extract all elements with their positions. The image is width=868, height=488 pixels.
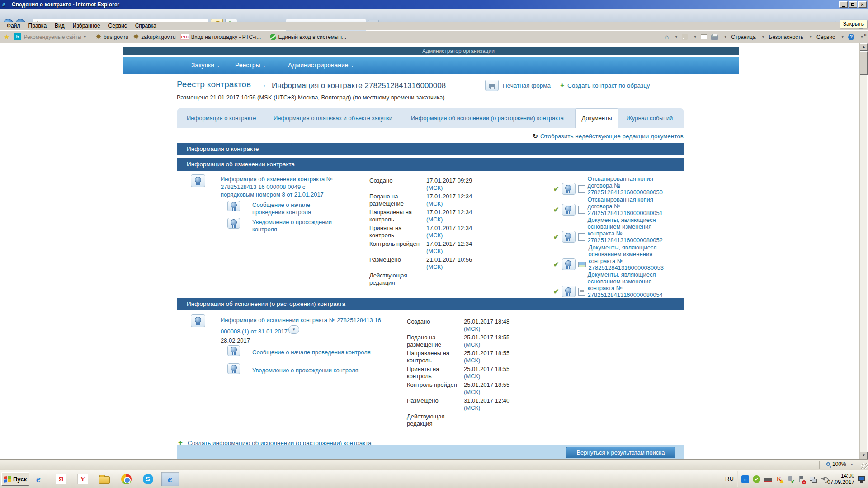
device-tray-icon[interactable] <box>764 478 772 482</box>
signature-button[interactable] <box>562 286 576 297</box>
minimize-button[interactable] <box>839 1 848 8</box>
execution-document-link[interactable]: Информация об исполнении контракта № 278… <box>221 316 381 324</box>
quicklaunch-ie[interactable]: e <box>33 473 44 485</box>
menu-edit[interactable]: Правка <box>24 22 51 30</box>
nav-administration[interactable]: Администрирование▾ <box>288 61 354 69</box>
breadcrumb-root-link[interactable]: Реестр контрактов <box>177 80 251 89</box>
zoom-dropdown-icon[interactable]: ▼ <box>850 463 854 466</box>
network-tray-icon[interactable] <box>809 475 817 483</box>
tools-dropdown-icon[interactable]: ▼ <box>841 35 844 38</box>
kaspersky-warning-tray-icon[interactable]: K <box>775 475 783 483</box>
mail-icon[interactable] <box>701 34 707 39</box>
seal-icon <box>195 177 202 185</box>
control-start-message-link[interactable]: Сообщение о начале проведения контроля <box>252 202 343 216</box>
attachment-link[interactable]: Документы, являющиеся основанием изменен… <box>588 271 669 298</box>
execution-document-link-2[interactable]: 000008 (1) от 31.01.2017 <box>221 328 288 335</box>
security-menu-button[interactable]: Безопасность <box>769 34 804 40</box>
suggested-sites-link[interactable]: Рекомендуемые сайты <box>24 34 81 40</box>
menu-favorites[interactable]: Избранное <box>69 22 104 30</box>
scroll-down-button[interactable]: ▼ <box>860 452 868 459</box>
usb-safely-remove-tray-icon[interactable] <box>787 475 794 483</box>
scrollbar-thumb[interactable] <box>860 51 868 75</box>
tab-execution-info[interactable]: Информация об исполнении (о расторжении)… <box>411 115 564 122</box>
print-dropdown-icon[interactable]: ▼ <box>724 35 727 38</box>
help-dropdown-icon[interactable]: ▼ <box>860 35 863 38</box>
quicklaunch-yandex-browser[interactable]: Y <box>77 473 89 485</box>
nav-registries[interactable]: Реестры▾ <box>235 61 265 69</box>
signature-button[interactable] <box>227 201 240 211</box>
show-desktop-button[interactable] <box>856 474 866 483</box>
print-form-button[interactable] <box>485 80 499 91</box>
signature-button[interactable] <box>191 174 205 187</box>
signature-button[interactable] <box>562 258 576 270</box>
tab-contract-info[interactable]: Информация о контракте <box>187 115 256 122</box>
security-dropdown-icon[interactable]: ▼ <box>809 35 812 38</box>
rss-dropdown-icon[interactable]: ▼ <box>693 35 697 38</box>
expand-versions-button[interactable]: ▾ <box>288 325 299 334</box>
signature-button[interactable] <box>562 183 576 195</box>
tools-menu-button[interactable]: Сервис <box>816 34 835 40</box>
resize-grip[interactable] <box>861 463 868 469</box>
quicklaunch-explorer[interactable] <box>99 473 110 485</box>
antivirus-ok-tray-icon[interactable]: ✔ <box>753 475 760 483</box>
site-top-bar: Администратор организации <box>123 47 739 55</box>
favorite-bus-link[interactable]: bus.gov.ru <box>104 34 128 40</box>
quicklaunch-chrome[interactable] <box>120 473 132 485</box>
attachment-link[interactable]: Отсканированная копия договора № 2782512… <box>588 196 669 216</box>
signature-button[interactable] <box>227 363 240 374</box>
back-to-results-button[interactable]: Вернуться к результатам поиска <box>566 447 675 458</box>
vertical-scrollbar[interactable]: ▲ ▼ <box>859 43 867 459</box>
menu-help[interactable]: Справка <box>131 22 160 30</box>
help-icon[interactable]: ? <box>848 34 854 40</box>
bing-icon[interactable]: b <box>14 33 21 40</box>
favorite-esia-link[interactable]: Единый вход в системы т... <box>278 34 346 40</box>
change-document-link[interactable]: Информация об изменении контракта № 2782… <box>221 175 335 198</box>
menu-view[interactable]: Вид <box>51 22 69 30</box>
scroll-up-button[interactable]: ▲ <box>860 43 868 51</box>
close-button[interactable]: × <box>858 1 867 8</box>
show-invalid-versions-link[interactable]: Отобразить недействующие редакции докуме… <box>540 133 684 140</box>
page-dropdown-icon[interactable]: ▼ <box>762 35 765 38</box>
control-passed-notice-link[interactable]: Уведомление о прохождении контроля <box>252 219 343 233</box>
home-command-icon[interactable]: ⌂ <box>665 33 669 41</box>
control-start-message-link[interactable]: Сообщение о начале проведения контроля <box>252 349 371 356</box>
attachment-link[interactable]: Документы, являющиеся основанием изменен… <box>588 216 669 244</box>
tab-event-log[interactable]: Журнал событий <box>627 115 673 122</box>
signature-button[interactable] <box>227 218 240 229</box>
favorite-rts-link[interactable]: Вход на площадку - РТС-т... <box>191 34 261 40</box>
attachment-link[interactable]: Документы, являющиеся основанием изменен… <box>589 244 670 271</box>
word-file-icon <box>578 206 585 214</box>
quicklaunch-skype[interactable]: S <box>142 473 154 485</box>
favorite-zakupki-link[interactable]: zakupki.gov.ru <box>141 34 175 40</box>
signature-button[interactable] <box>562 231 576 243</box>
add-favorite-icon[interactable]: ★ <box>4 33 9 41</box>
rss-icon[interactable] <box>682 34 688 40</box>
zoom-control[interactable]: 100% ▼ <box>826 461 854 467</box>
start-button[interactable]: Пуск <box>1 472 29 486</box>
menu-tools[interactable]: Сервис <box>104 22 131 30</box>
overflow-chevron-icon[interactable]: » <box>863 32 867 38</box>
home-dropdown-icon[interactable]: ▼ <box>675 35 678 38</box>
sync-error-flag-tray-icon[interactable] <box>798 475 806 483</box>
signature-button[interactable] <box>227 345 240 356</box>
create-from-template-link[interactable]: Создать контракт по образцу <box>567 82 650 89</box>
print-icon[interactable] <box>711 35 718 40</box>
suggested-sites-dropdown-icon[interactable]: ▼ <box>83 35 86 38</box>
nav-purchases[interactable]: Закупки▾ <box>191 61 219 69</box>
language-indicator[interactable]: RU <box>725 475 734 482</box>
signature-button[interactable] <box>191 314 205 327</box>
print-form-link[interactable]: Печатная форма <box>503 82 551 89</box>
page-menu-button[interactable]: Страница <box>731 34 755 40</box>
seal-icon <box>565 260 572 269</box>
signature-button[interactable] <box>562 204 576 216</box>
taskbar-clock[interactable]: 14:00 07.09.2017 <box>826 473 854 485</box>
attachment-link[interactable]: Отсканированная копия договора № 2782512… <box>588 175 669 196</box>
teamviewer-tray-icon[interactable]: ↔ <box>741 475 749 483</box>
taskbar-active-window-ie[interactable]: e <box>161 472 179 486</box>
tab-documents-active[interactable]: Документы <box>575 108 618 128</box>
quicklaunch-yandex[interactable]: Я <box>55 473 67 485</box>
menu-file[interactable]: Файл <box>3 22 24 30</box>
tab-payments-info[interactable]: Информация о платежах и объекте закупки <box>274 115 392 122</box>
restore-button[interactable] <box>849 1 857 8</box>
control-passed-notice-link[interactable]: Уведомление о прохождении контроля <box>252 367 359 374</box>
